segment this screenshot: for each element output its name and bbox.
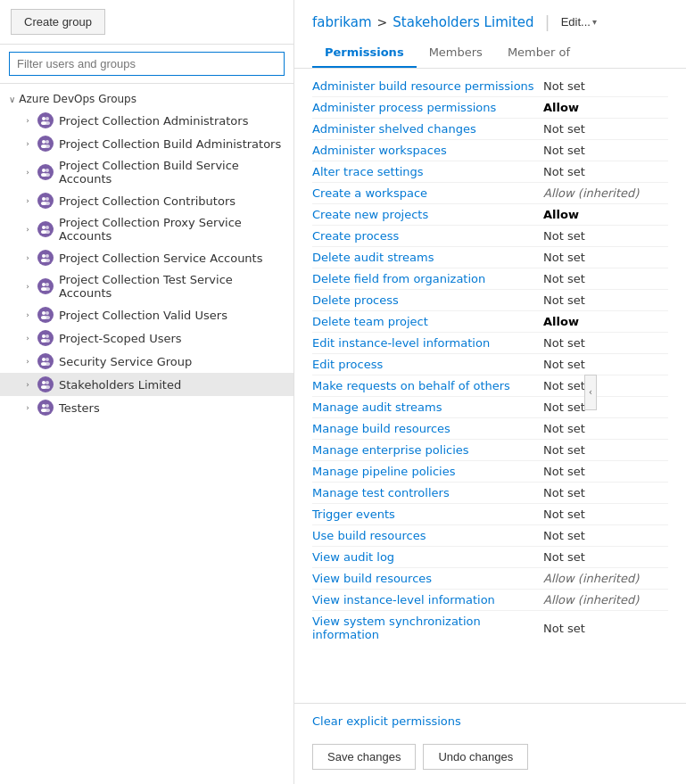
perm-value-25[interactable]: Not set [534, 622, 668, 635]
perm-value-19[interactable]: Not set [534, 486, 668, 499]
perm-value-6[interactable]: Allow [534, 208, 668, 221]
perm-name-11[interactable]: Delete team project [312, 315, 534, 328]
perm-name-0[interactable]: Administer build resource permissions [312, 79, 534, 93]
perm-value-13[interactable]: Not set [534, 358, 668, 371]
perm-name-2[interactable]: Administer shelved changes [312, 122, 534, 136]
perm-value-16[interactable]: Not set [534, 422, 668, 435]
breadcrumb-org[interactable]: fabrikam [312, 14, 372, 30]
svg-point-36 [42, 358, 45, 361]
sidebar-header: Create group [0, 0, 293, 45]
perm-name-15[interactable]: Manage audit streams [312, 400, 534, 414]
perm-value-9[interactable]: Not set [534, 272, 668, 285]
permission-row-2: Administer shelved changes Not set [312, 119, 668, 140]
perm-name-3[interactable]: Administer workspaces [312, 144, 534, 157]
save-changes-button[interactable]: Save changes [312, 744, 416, 770]
perm-value-20[interactable]: Not set [534, 508, 668, 521]
perm-value-24[interactable]: Allow (inherited) [534, 593, 668, 607]
breadcrumb-current[interactable]: Stakeholders Limited [393, 14, 533, 30]
sidebar-item-project-collection-valid[interactable]: › Project Collection Valid Users [0, 303, 293, 326]
tree-section: ∨ Azure DevOps Groups › Project Collecti… [0, 84, 293, 784]
perm-name-6[interactable]: Create new projects [312, 208, 534, 221]
perm-name-1[interactable]: Administer process permissions [312, 101, 534, 114]
permission-row-7: Create process Not set [312, 226, 668, 247]
perm-value-15[interactable]: Not set [534, 400, 668, 414]
sidebar-item-project-scoped-users[interactable]: › Project-Scoped Users [0, 326, 293, 350]
perm-value-0[interactable]: Not set [534, 79, 668, 93]
perm-name-8[interactable]: Delete audit streams [312, 251, 534, 264]
perm-name-25[interactable]: View system synchronization information [312, 615, 534, 641]
sidebar-item-project-collection-proxy[interactable]: › Project Collection Proxy Service Accou… [0, 212, 293, 246]
perm-name-17[interactable]: Manage enterprise policies [312, 443, 534, 457]
perm-value-1[interactable]: Allow [534, 101, 668, 114]
perm-value-21[interactable]: Not set [534, 529, 668, 542]
perm-value-14[interactable]: Not set [534, 379, 668, 392]
sidebar-collapse-button[interactable]: ‹ [584, 375, 597, 410]
breadcrumb-separator: > [377, 15, 388, 29]
perm-name-23[interactable]: View build resources [312, 572, 534, 585]
perm-name-5[interactable]: Create a workspace [312, 186, 534, 200]
perm-value-10[interactable]: Not set [534, 293, 668, 307]
tab-permissions[interactable]: Permissions [312, 40, 417, 68]
sidebar-item-project-collection-build-service[interactable]: › Project Collection Build Service Accou… [0, 155, 293, 189]
permission-row-11: Delete team project Allow [312, 311, 668, 333]
sidebar-item-stakeholders-limited[interactable]: › Stakeholders Limited [0, 373, 293, 396]
perm-value-8[interactable]: Not set [534, 251, 668, 264]
perm-name-22[interactable]: View audit log [312, 550, 534, 564]
perm-name-24[interactable]: View instance-level information [312, 593, 534, 607]
permissions-area: Administer build resource permissions No… [294, 69, 686, 703]
perm-value-12[interactable]: Not set [534, 336, 668, 350]
tab-member-of[interactable]: Member of [495, 40, 583, 68]
perm-value-17[interactable]: Not set [534, 443, 668, 457]
permission-row-24: View instance-level information Allow (i… [312, 590, 668, 611]
perm-name-9[interactable]: Delete field from organization [312, 272, 534, 285]
clear-permissions-link[interactable]: Clear explicit permissions [312, 714, 461, 728]
edit-button[interactable]: Edit... ▾ [561, 15, 597, 29]
perm-name-18[interactable]: Manage pipeline policies [312, 465, 534, 478]
sidebar-item-project-collection-test[interactable]: › Project Collection Test Service Accoun… [0, 269, 293, 303]
sidebar-item-security-service-group[interactable]: › Security Service Group [0, 350, 293, 373]
perm-value-7[interactable]: Not set [534, 229, 668, 243]
svg-point-29 [45, 311, 49, 315]
perm-value-23[interactable]: Allow (inherited) [534, 572, 668, 585]
azure-devops-groups-label[interactable]: ∨ Azure DevOps Groups [0, 89, 293, 109]
perm-name-20[interactable]: Trigger events [312, 508, 534, 521]
sidebar-item-project-collection-contributors[interactable]: › Project Collection Contributors [0, 189, 293, 212]
perm-name-12[interactable]: Edit instance-level information [312, 336, 534, 350]
sidebar-item-project-collection-service[interactable]: › Project Collection Service Accounts [0, 246, 293, 269]
tree-item-expand-project-collection-service: › [23, 253, 32, 262]
perm-value-22[interactable]: Not set [534, 550, 668, 564]
tab-members[interactable]: Members [417, 40, 495, 68]
perm-name-10[interactable]: Delete process [312, 293, 534, 307]
footer-area: Clear explicit permissions Save changes … [294, 703, 686, 784]
perm-value-2[interactable]: Not set [534, 122, 668, 136]
create-group-button[interactable]: Create group [11, 9, 105, 35]
sidebar-item-testers[interactable]: › Testers [0, 396, 293, 419]
svg-point-16 [42, 226, 45, 229]
perm-name-13[interactable]: Edit process [312, 358, 534, 371]
tree-item-expand-stakeholders-limited: › [23, 380, 32, 389]
perm-value-18[interactable]: Not set [534, 465, 668, 478]
perm-value-11[interactable]: Allow [534, 315, 668, 328]
tree-item-expand-project-collection-test: › [23, 282, 32, 291]
svg-point-5 [45, 140, 49, 144]
svg-point-27 [45, 287, 50, 291]
group-chevron-down: ∨ [9, 95, 15, 104]
filter-input[interactable] [9, 52, 285, 76]
perm-value-5[interactable]: Allow (inherited) [534, 186, 668, 200]
undo-changes-button[interactable]: Undo changes [423, 744, 528, 770]
group-icon-project-collection-proxy [37, 221, 54, 237]
perm-name-4[interactable]: Alter trace settings [312, 165, 534, 178]
svg-point-37 [45, 358, 49, 361]
sidebar-item-label-stakeholders-limited: Stakeholders Limited [59, 378, 181, 392]
perm-value-3[interactable]: Not set [534, 144, 668, 157]
perm-name-16[interactable]: Manage build resources [312, 422, 534, 435]
perm-name-7[interactable]: Create process [312, 229, 534, 243]
sidebar-item-project-collection-admins[interactable]: › Project Collection Administrators [0, 109, 293, 132]
svg-point-41 [45, 381, 49, 384]
perm-name-14[interactable]: Make requests on behalf of others [312, 379, 534, 392]
perm-name-21[interactable]: Use build resources [312, 529, 534, 542]
group-icon-project-collection-valid [37, 307, 54, 323]
perm-value-4[interactable]: Not set [534, 165, 668, 178]
perm-name-19[interactable]: Manage test controllers [312, 486, 534, 499]
sidebar-item-project-collection-build-admins[interactable]: › Project Collection Build Administrator… [0, 132, 293, 155]
